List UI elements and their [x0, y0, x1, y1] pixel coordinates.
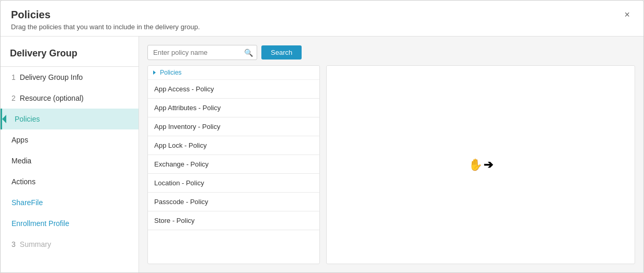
- search-icon: 🔍: [244, 49, 253, 57]
- sidebar-label-summary: Summary: [20, 240, 51, 248]
- policy-item-location[interactable]: Location - Policy: [148, 174, 319, 193]
- sidebar-item-sharefile[interactable]: ShareFile: [1, 192, 139, 213]
- content-area: 🔍 Search Policies App Access - Policy: [139, 37, 643, 272]
- step-num-2: 2: [12, 94, 16, 102]
- sidebar-label-sharefile: ShareFile: [12, 198, 43, 207]
- sidebar-item-delivery-group-info[interactable]: 1 Delivery Group Info: [1, 67, 139, 88]
- sidebar-label-policies: Policies: [12, 115, 40, 123]
- sidebar-item-enrollment-profile[interactable]: Enrollment Profile: [1, 213, 139, 234]
- modal-close-button[interactable]: ×: [621, 9, 633, 20]
- step-num-3: 3: [12, 240, 16, 248]
- policy-item-app-lock[interactable]: App Lock - Policy: [148, 136, 319, 155]
- sidebar-title: Delivery Group: [1, 42, 139, 67]
- sidebar-label-media: Media: [12, 157, 31, 165]
- sidebar-label-apps: Apps: [12, 136, 28, 144]
- policy-item-app-attributes[interactable]: App Attributes - Policy: [148, 99, 319, 117]
- modal-body: Delivery Group 1 Delivery Group Info 2 R…: [1, 37, 643, 272]
- modal-title: Policies: [11, 9, 200, 21]
- modal: Policies Drag the policies that you want…: [0, 0, 644, 273]
- panels-row: Policies App Access - Policy App Attribu…: [147, 65, 635, 264]
- search-input[interactable]: [147, 45, 257, 60]
- sidebar-item-apps[interactable]: Apps: [1, 129, 139, 150]
- triangle-icon: [153, 70, 156, 75]
- sidebar-label-actions: Actions: [12, 177, 36, 186]
- modal-subtitle: Drag the policies that you want to inclu…: [11, 23, 200, 31]
- sidebar: Delivery Group 1 Delivery Group Info 2 R…: [1, 37, 139, 272]
- sidebar-item-policies[interactable]: Policies: [1, 109, 139, 129]
- drag-indicator: ✋ ➔: [468, 158, 493, 172]
- sidebar-label-resource-optional: Resource (optional): [20, 94, 84, 102]
- hand-cursor-icon: ✋: [468, 158, 482, 172]
- policy-item-store[interactable]: Store - Policy: [148, 211, 319, 230]
- sidebar-item-actions[interactable]: Actions: [1, 171, 139, 192]
- modal-header: Policies Drag the policies that you want…: [1, 1, 643, 37]
- drop-zone-panel[interactable]: ✋ ➔: [326, 65, 635, 264]
- policy-item-exchange[interactable]: Exchange - Policy: [148, 155, 319, 174]
- arrow-right-icon: ➔: [484, 158, 493, 172]
- sidebar-label-enrollment-profile: Enrollment Profile: [12, 219, 70, 228]
- sidebar-item-summary: 3 Summary: [1, 234, 139, 255]
- policies-panel: Policies App Access - Policy App Attribu…: [147, 65, 320, 264]
- active-arrow-icon: [2, 115, 6, 123]
- policies-panel-label: Policies: [148, 66, 319, 80]
- policy-list: App Access - Policy App Attributes - Pol…: [148, 80, 319, 264]
- search-button[interactable]: Search: [261, 45, 302, 60]
- policy-item-app-inventory[interactable]: App Inventory - Policy: [148, 117, 319, 136]
- policy-item-passcode[interactable]: Passcode - Policy: [148, 193, 319, 211]
- sidebar-label-delivery-group-info: Delivery Group Info: [20, 73, 83, 81]
- policies-section-label: Policies: [160, 69, 181, 76]
- search-bar: 🔍 Search: [147, 45, 635, 60]
- sidebar-item-resource-optional[interactable]: 2 Resource (optional): [1, 88, 139, 109]
- search-input-wrap: 🔍: [147, 45, 257, 60]
- policy-item-app-access[interactable]: App Access - Policy: [148, 80, 319, 99]
- step-num-1: 1: [12, 73, 16, 81]
- sidebar-item-media[interactable]: Media: [1, 150, 139, 171]
- modal-header-left: Policies Drag the policies that you want…: [11, 9, 200, 31]
